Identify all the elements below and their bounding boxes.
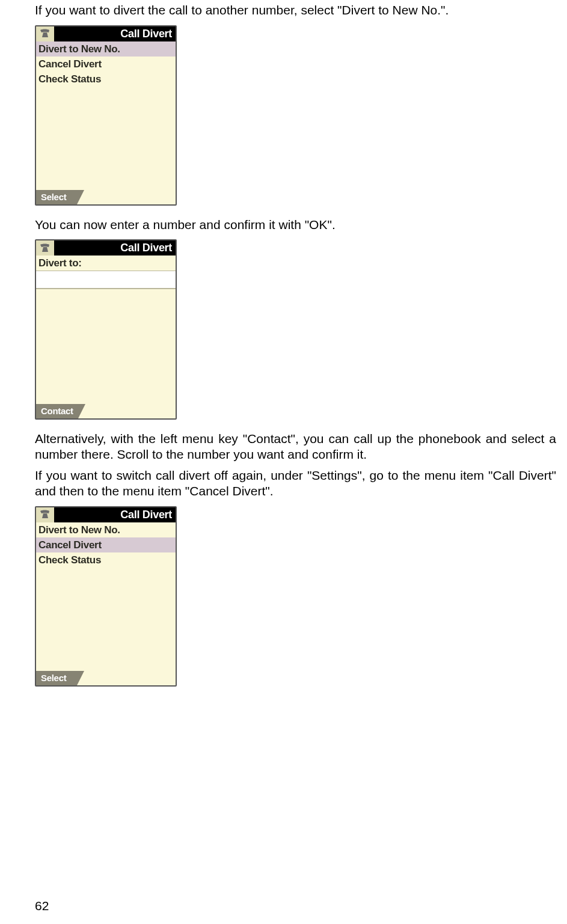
menu-item-cancel-divert[interactable]: Cancel Divert [36, 537, 176, 552]
screen-title: Call Divert [54, 242, 176, 254]
phone-screenshot-2: Call Divert Divert to: Contact [35, 239, 177, 420]
phone-statusbar: Call Divert [36, 507, 176, 522]
divider [36, 289, 176, 289]
menu-item-check-status[interactable]: Check Status [36, 552, 176, 568]
form-body: Divert to: [36, 255, 176, 404]
screen-title: Call Divert [54, 509, 176, 521]
softkey-left-select[interactable]: Select [36, 190, 77, 204]
softkey-left-select[interactable]: Select [36, 671, 77, 685]
phone-statusbar: Call Divert [36, 240, 176, 255]
menu-item-divert-to-new-no[interactable]: Divert to New No. [36, 522, 176, 537]
handset-icon [36, 26, 54, 41]
divert-to-label: Divert to: [36, 255, 176, 271]
menu-item-divert-to-new-no[interactable]: Divert to New No. [36, 41, 176, 57]
paragraph-3: Alternatively, with the left menu key "C… [35, 431, 556, 462]
menu-list: Divert to New No. Cancel Divert Check St… [36, 522, 176, 671]
softkey-right [77, 671, 176, 685]
paragraph-4: If you want to switch call divert off ag… [35, 468, 556, 498]
screen-title: Call Divert [54, 28, 176, 40]
softkey-right [77, 190, 176, 204]
menu-list: Divert to New No. Cancel Divert Check St… [36, 41, 176, 190]
softkey-right [78, 404, 176, 418]
menu-item-check-status[interactable]: Check Status [36, 72, 176, 87]
softkey-bar: Select [36, 671, 176, 685]
softkey-left-contact[interactable]: Contact [36, 404, 78, 418]
phone-screenshot-1: Call Divert Divert to New No. Cancel Div… [35, 25, 177, 206]
softkey-bar: Select [36, 190, 176, 204]
page-number: 62 [35, 899, 49, 913]
phone-screenshot-3: Call Divert Divert to New No. Cancel Div… [35, 506, 177, 687]
softkey-bar: Contact [36, 404, 176, 418]
handset-icon [36, 240, 54, 255]
menu-item-cancel-divert[interactable]: Cancel Divert [36, 57, 176, 72]
handset-icon [36, 507, 54, 522]
paragraph-2: You can now enter a number and confirm i… [35, 217, 556, 233]
paragraph-1: If you want to divert the call to anothe… [35, 2, 556, 18]
divert-to-input[interactable] [36, 271, 176, 289]
phone-statusbar: Call Divert [36, 26, 176, 41]
